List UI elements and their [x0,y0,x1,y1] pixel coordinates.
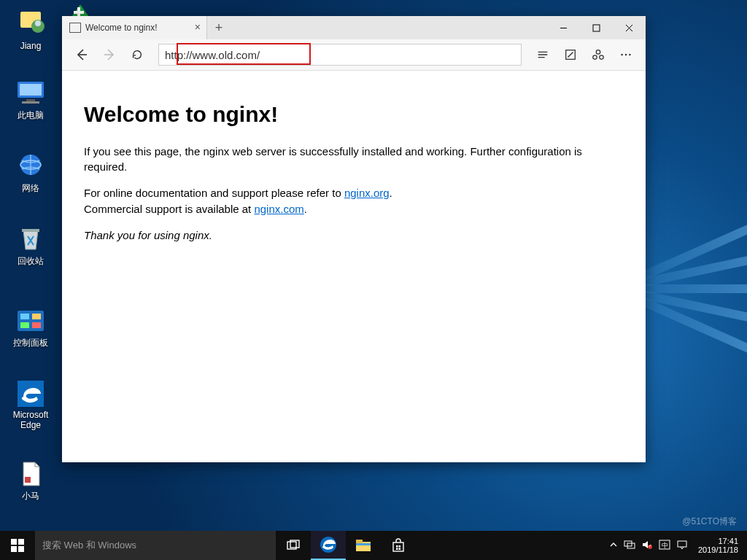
task-view-button[interactable] [276,531,311,560]
tray-chevron-icon[interactable] [609,540,618,551]
svg-point-23 [600,55,603,59]
svg-rect-30 [18,546,24,552]
taskbar-app-store[interactable] [381,531,416,560]
titlebar[interactable]: Welcome to nginx! × + [62,16,646,39]
svg-point-24 [621,54,623,56]
svg-rect-12 [32,314,41,319]
desktop-icon-edge[interactable]: Microsoft Edge [7,379,54,430]
svg-rect-18 [74,11,84,14]
taskbar: 搜索 Web 和 Windows 中 17:41 2019/11/18 [0,531,747,560]
desktop-icon-label: 回收站 [7,255,54,268]
tray-ime-icon[interactable]: 中 [659,540,670,551]
forward-button[interactable] [97,42,122,67]
svg-rect-29 [11,546,17,552]
refresh-button[interactable] [125,42,150,67]
tray-date: 2019/11/18 [698,545,738,554]
svg-rect-5 [26,99,35,101]
more-button[interactable] [614,42,638,67]
taskbar-app-edge[interactable] [311,531,346,560]
browser-window: Welcome to nginx! × + http://www.old.com… [62,16,646,462]
svg-rect-41 [399,548,401,551]
desktop-icon-label: Jiang [7,41,54,51]
link-nginx-com[interactable]: nginx.com [254,203,303,215]
link-nginx-org[interactable]: nginx.org [344,187,390,199]
page-content: Welcome to nginx! If you see this page, … [62,71,646,268]
svg-rect-35 [356,540,363,543]
svg-rect-19 [593,25,600,31]
svg-text:中: 中 [661,542,667,549]
svg-rect-38 [396,545,398,548]
back-button[interactable] [69,42,94,67]
tray-clock[interactable]: 17:41 2019/11/18 [694,537,743,554]
svg-rect-27 [11,539,17,545]
svg-rect-37 [393,542,403,551]
svg-point-22 [593,55,597,59]
desktop-icon-file[interactable]: 小马 [7,459,54,502]
taskbar-search[interactable]: 搜索 Web 和 Windows [35,531,276,560]
desktop-icon-this-pc[interactable]: 此电脑 [7,79,54,122]
window-close-button[interactable] [613,16,646,39]
page-icon [69,23,81,33]
window-minimize-button[interactable] [547,16,580,39]
watermark: @51CTO博客 [682,516,737,528]
tray-notifications-icon[interactable] [676,540,688,551]
svg-rect-16 [25,477,31,483]
tab-close-button[interactable]: × [195,22,201,32]
svg-rect-40 [396,548,398,551]
system-tray: 中 17:41 2019/11/18 [605,531,747,560]
desktop-icon-label: 网络 [7,182,54,195]
page-thanks: Thank you for using nginx. [84,229,212,241]
browser-toolbar: http://www.old.com/ [62,39,646,71]
svg-point-2 [35,20,41,26]
desktop-icon-network[interactable]: 网络 [7,152,54,195]
start-button[interactable] [0,531,35,560]
desktop-icon-label: 控制面板 [7,337,54,349]
notes-button[interactable] [558,42,583,67]
svg-rect-39 [399,545,401,548]
tray-volume-icon[interactable] [641,540,653,551]
svg-point-33 [320,537,336,553]
desktop-icon-control-panel[interactable]: 控制面板 [7,306,54,349]
new-tab-button[interactable]: + [207,16,231,39]
svg-rect-4 [20,84,42,96]
reading-view-button[interactable] [530,42,555,67]
page-paragraph: For online documentation and support ple… [84,185,624,217]
window-maximize-button[interactable] [580,16,613,39]
svg-point-21 [596,50,600,54]
share-button[interactable] [586,42,611,67]
desktop-icon-label: 小马 [7,490,54,502]
svg-rect-6 [22,101,39,104]
tray-time: 17:41 [698,537,738,545]
svg-rect-36 [356,543,371,545]
svg-rect-47 [678,541,686,547]
taskbar-app-explorer[interactable] [346,531,381,560]
tab-title: Welcome to nginx! [85,23,158,33]
svg-rect-9 [22,229,39,232]
svg-point-26 [629,54,631,56]
svg-rect-13 [20,322,29,328]
svg-point-25 [625,54,627,56]
svg-rect-11 [20,314,29,319]
page-paragraph: If you see this page, the nginx web serv… [84,144,624,176]
desktop-icon-label: Microsoft Edge [7,410,54,430]
search-placeholder: 搜索 Web 和 Windows [42,539,136,552]
tray-network-icon[interactable] [624,540,635,551]
svg-rect-28 [18,539,24,545]
address-bar[interactable]: http://www.old.com/ [158,44,522,66]
page-heading: Welcome to nginx! [84,98,624,131]
desktop-icon-label: 此电脑 [7,109,54,122]
desktop-icon-user[interactable]: Jiang [7,10,54,51]
desktop-icon-recycle-bin[interactable]: 回收站 [7,225,54,268]
url-text: http://www.old.com/ [165,49,260,61]
browser-tab[interactable]: Welcome to nginx! × [62,16,207,39]
svg-rect-14 [32,322,41,328]
